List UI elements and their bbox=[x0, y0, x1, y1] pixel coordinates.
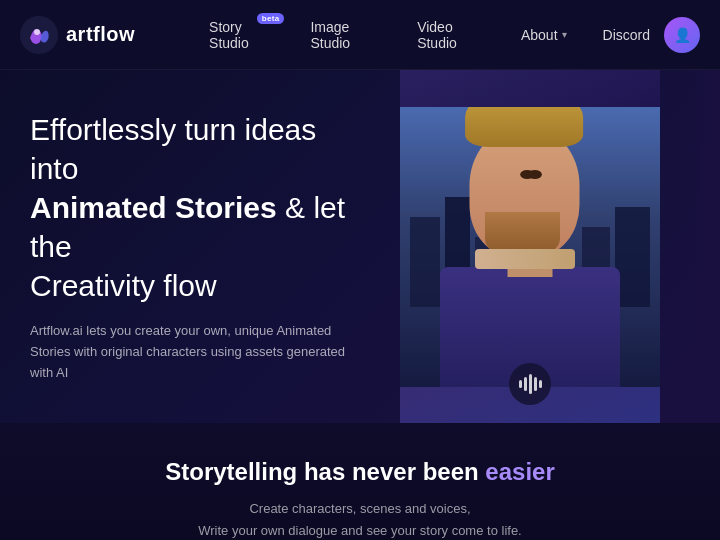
storytelling-desc-line2: Write your own dialogue and see your sto… bbox=[198, 523, 521, 538]
character-eye-right bbox=[528, 170, 542, 179]
hero-image bbox=[400, 70, 660, 423]
audio-bar-4 bbox=[534, 377, 537, 391]
artflow-logo-icon bbox=[20, 16, 58, 54]
storytelling-title-accent: easier bbox=[485, 458, 554, 485]
hero-section: Effortlessly turn ideas into Animated St… bbox=[0, 70, 720, 423]
hero-content: Effortlessly turn ideas into Animated St… bbox=[0, 70, 400, 423]
headline-line1: Effortlessly turn ideas into bbox=[30, 113, 316, 185]
storytelling-title: Storytelling has never been easier bbox=[20, 458, 700, 486]
storytelling-section: Storytelling has never been easier Creat… bbox=[0, 423, 720, 540]
hero-description: Artflow.ai lets you create your own, uni… bbox=[30, 321, 370, 383]
chevron-down-icon: ▾ bbox=[562, 29, 567, 40]
hero-fade-overlay bbox=[690, 70, 720, 423]
headline-bold: Animated Stories bbox=[30, 191, 277, 224]
avatar-icon: 👤 bbox=[674, 27, 691, 43]
audio-bar-5 bbox=[539, 380, 542, 388]
audio-bar-3 bbox=[529, 374, 532, 394]
audio-bar-2 bbox=[524, 377, 527, 391]
svg-point-1 bbox=[34, 29, 40, 35]
brand-name: artflow bbox=[66, 23, 135, 46]
user-avatar[interactable]: 👤 bbox=[664, 17, 700, 53]
storytelling-desc-line1: Create characters, scenes and voices, bbox=[249, 501, 470, 516]
nav-item-story-studio[interactable]: beta Story Studio bbox=[195, 11, 288, 59]
nav-right: 👤 bbox=[664, 17, 700, 53]
nav-item-discord[interactable]: Discord bbox=[589, 19, 664, 51]
headline-line3: Creativity flow bbox=[30, 269, 217, 302]
nav-item-about[interactable]: About ▾ bbox=[507, 19, 581, 51]
hero-headline: Effortlessly turn ideas into Animated St… bbox=[30, 110, 370, 305]
audio-indicator[interactable] bbox=[509, 363, 551, 405]
storytelling-title-prefix: Storytelling has never been bbox=[165, 458, 485, 485]
hero-image-bg bbox=[400, 70, 660, 423]
logo-area[interactable]: artflow bbox=[20, 16, 135, 54]
character-scarf bbox=[475, 249, 575, 269]
nav-item-image-studio[interactable]: Image Studio bbox=[296, 11, 395, 59]
navigation: artflow beta Story Studio Image Studio V… bbox=[0, 0, 720, 70]
beta-badge: beta bbox=[257, 13, 285, 24]
nav-links: beta Story Studio Image Studio Video Stu… bbox=[195, 11, 664, 59]
storytelling-description: Create characters, scenes and voices, Wr… bbox=[20, 498, 700, 540]
audio-bar-1 bbox=[519, 380, 522, 388]
character-hair bbox=[465, 107, 583, 147]
nav-item-video-studio[interactable]: Video Studio bbox=[403, 11, 499, 59]
